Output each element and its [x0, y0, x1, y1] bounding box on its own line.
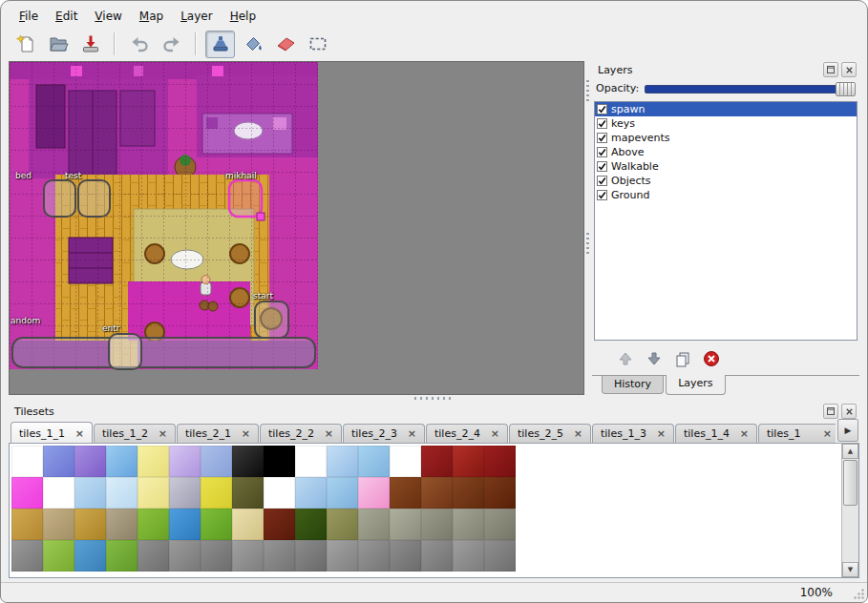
- map-canvas[interactable]: bedtestmikhailstartandomentr: [9, 61, 584, 395]
- tile-0-15[interactable]: [484, 446, 516, 477]
- tile-0-10[interactable]: [327, 446, 358, 477]
- tile-3-10[interactable]: [327, 540, 358, 572]
- tile-1-13[interactable]: [421, 477, 453, 509]
- scroll-up-button[interactable]: ▲: [842, 444, 858, 459]
- tile-0-5[interactable]: [169, 446, 201, 477]
- tile-1-7[interactable]: [232, 477, 264, 509]
- tile-3-6[interactable]: [201, 540, 232, 572]
- tile-2-3[interactable]: [106, 509, 138, 540]
- tileset-view[interactable]: ▲ ▼: [9, 444, 859, 578]
- dock-splitter-vertical[interactable]: [584, 61, 592, 395]
- tile-1-11[interactable]: [358, 477, 390, 509]
- dock-tab-history[interactable]: History: [602, 376, 664, 394]
- duplicate-layer-button[interactable]: [670, 347, 694, 370]
- tileset-tab-tiles_1[interactable]: tiles_1×: [758, 424, 836, 443]
- tile-2-9[interactable]: [295, 509, 327, 540]
- tile-1-3[interactable]: [106, 477, 138, 509]
- layer-visibility-checkbox[interactable]: [597, 118, 607, 129]
- tile-3-0[interactable]: [11, 540, 43, 572]
- tile-3-9[interactable]: [295, 540, 327, 572]
- tile-3-4[interactable]: [138, 540, 169, 572]
- tileset-tab-tiles_1_2[interactable]: tiles_1_2×: [94, 424, 176, 443]
- tileset-tab-tiles_2_2[interactable]: tiles_2_2×: [260, 424, 342, 443]
- tile-1-14[interactable]: [453, 477, 484, 509]
- tileset-tab-tiles_2_4[interactable]: tiles_2_4×: [426, 424, 508, 443]
- tile-1-9[interactable]: [295, 477, 327, 509]
- layer-visibility-checkbox[interactable]: [597, 176, 607, 186]
- tile-0-13[interactable]: [421, 446, 453, 477]
- tile-1-10[interactable]: [327, 477, 358, 509]
- tile-0-11[interactable]: [358, 446, 390, 477]
- tab-scroll-right-button[interactable]: ▶: [837, 419, 858, 442]
- tile-2-2[interactable]: [74, 509, 106, 540]
- lower-layer-button[interactable]: [642, 347, 666, 370]
- tile-1-6[interactable]: [201, 477, 232, 509]
- tile-0-3[interactable]: [106, 446, 138, 477]
- tile-2-8[interactable]: [264, 509, 295, 540]
- close-panel-button[interactable]: [841, 62, 857, 77]
- tile-3-13[interactable]: [421, 540, 453, 572]
- layer-row-keys[interactable]: keys: [595, 116, 857, 131]
- tab-close-icon[interactable]: ×: [242, 428, 250, 439]
- tile-0-6[interactable]: [201, 446, 232, 477]
- tile-0-8[interactable]: [264, 446, 295, 477]
- tile-0-12[interactable]: [390, 446, 421, 477]
- tile-1-15[interactable]: [484, 477, 516, 509]
- tile-2-11[interactable]: [358, 509, 390, 540]
- tile-2-7[interactable]: [232, 509, 264, 540]
- tile-3-5[interactable]: [169, 540, 201, 572]
- layer-row-Objects[interactable]: Objects: [595, 174, 857, 188]
- scrollbar-track[interactable]: [842, 459, 858, 562]
- menu-help[interactable]: Help: [222, 8, 265, 25]
- scrollbar-thumb[interactable]: [843, 460, 857, 506]
- tileset-tab-tiles_2_3[interactable]: tiles_2_3×: [343, 424, 425, 443]
- menu-map[interactable]: Map: [131, 8, 172, 25]
- redo-button[interactable]: [157, 31, 186, 58]
- layer-visibility-checkbox[interactable]: [597, 133, 607, 143]
- scroll-down-button[interactable]: ▼: [842, 562, 858, 577]
- tile-0-1[interactable]: [43, 446, 74, 477]
- undo-button[interactable]: [124, 31, 154, 58]
- tile-1-5[interactable]: [169, 477, 201, 509]
- layer-row-Above[interactable]: Above: [595, 145, 857, 159]
- tile-3-15[interactable]: [484, 540, 516, 572]
- tile-3-7[interactable]: [232, 540, 264, 572]
- tile-2-14[interactable]: [453, 509, 484, 540]
- open-button[interactable]: [43, 31, 73, 58]
- layer-row-spawn[interactable]: spawn: [595, 102, 857, 116]
- tileset-tab-tiles_2_1[interactable]: tiles_2_1×: [177, 424, 259, 443]
- menu-layer[interactable]: Layer: [172, 8, 221, 25]
- tab-close-icon[interactable]: ×: [657, 428, 666, 439]
- stamp-brush-button[interactable]: [205, 31, 235, 58]
- delete-layer-button[interactable]: [699, 347, 723, 370]
- new-button[interactable]: [11, 31, 40, 58]
- dock-splitter-horizontal[interactable]: [1, 395, 867, 403]
- tile-2-0[interactable]: [11, 509, 43, 540]
- tab-close-icon[interactable]: ×: [823, 428, 832, 439]
- tile-2-12[interactable]: [390, 509, 421, 540]
- layer-visibility-checkbox[interactable]: [597, 190, 607, 200]
- tileset-tab-tiles_1_4[interactable]: tiles_1_4×: [675, 424, 757, 443]
- bucket-fill-button[interactable]: [238, 31, 267, 58]
- opacity-slider-groove[interactable]: [645, 85, 854, 94]
- tileset-tab-tiles_2_5[interactable]: tiles_2_5×: [509, 424, 591, 443]
- tile-3-1[interactable]: [43, 540, 74, 572]
- tab-close-icon[interactable]: ×: [408, 428, 416, 439]
- resize-grip[interactable]: [853, 588, 865, 600]
- tab-close-icon[interactable]: ×: [325, 428, 333, 439]
- close-panel-button[interactable]: [841, 404, 857, 419]
- float-panel-button[interactable]: [823, 404, 838, 419]
- tile-0-2[interactable]: [74, 446, 106, 477]
- tile-2-6[interactable]: [201, 509, 232, 540]
- tile-2-4[interactable]: [138, 509, 169, 540]
- tileset-tab-tiles_1_3[interactable]: tiles_1_3×: [592, 424, 674, 443]
- opacity-slider-handle[interactable]: [836, 82, 856, 96]
- tile-1-4[interactable]: [138, 477, 169, 509]
- layer-row-Ground[interactable]: Ground: [595, 188, 857, 202]
- tile-0-0[interactable]: [11, 446, 43, 477]
- menu-view[interactable]: View: [86, 8, 130, 25]
- tile-3-8[interactable]: [264, 540, 295, 572]
- layer-visibility-checkbox[interactable]: [597, 147, 607, 157]
- tile-1-1[interactable]: [43, 477, 74, 509]
- menu-file[interactable]: File: [11, 8, 47, 25]
